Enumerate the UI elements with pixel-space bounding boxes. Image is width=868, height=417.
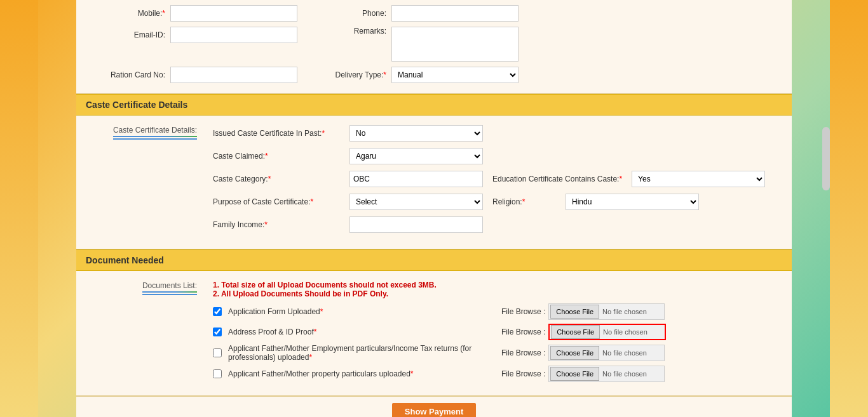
doc-row-3: Applicant Father/Mother property particu… <box>213 366 782 382</box>
doc-section-header: Document Needed <box>76 249 792 271</box>
caste-claimed-row: Caste Claimed:* Agaru <box>213 148 782 164</box>
doc-label-2: Applicant Father/Mother Employment parti… <box>228 344 495 362</box>
remarks-group: Remarks: <box>310 27 519 62</box>
show-payment-row: Show Payment <box>76 396 792 417</box>
issued-row: Issued Caste Certificate In Past:* No Ye… <box>213 125 782 142</box>
issued-select[interactable]: No Yes <box>349 125 483 142</box>
caste-claimed-label: Caste Claimed:* <box>213 152 340 161</box>
email-group: Email-ID: <box>89 27 297 43</box>
file-browse-label-2: File Browse : <box>501 348 545 357</box>
file-browse-label-0: File Browse : <box>501 307 545 316</box>
mobile-label: Mobile:* <box>89 9 165 18</box>
family-income-label: Family Income:* <box>213 220 340 229</box>
file-browse-3: File Browse : Choose File No file chosen <box>501 366 665 382</box>
choose-file-btn-2[interactable]: Choose File <box>550 346 599 360</box>
choose-file-btn-1[interactable]: Choose File <box>551 325 600 339</box>
doc-checkbox-1[interactable] <box>213 328 222 336</box>
phone-label: Phone: <box>310 9 386 18</box>
email-label: Email-ID: <box>89 30 165 39</box>
phone-group: Phone: <box>310 5 519 22</box>
file-input-wrapper-1: Choose File No file chosen <box>548 324 666 340</box>
purpose-label: Purpose of Caste Certificate:* <box>213 197 340 206</box>
ration-input[interactable] <box>170 67 297 83</box>
caste-category-input[interactable] <box>349 171 483 187</box>
left-sidebar <box>0 0 38 417</box>
ration-group: Ration Card No: <box>89 67 297 83</box>
choose-file-btn-3[interactable]: Choose File <box>550 367 599 381</box>
caste-label-col: Caste Certificate Details: <box>76 122 203 242</box>
issued-label: Issued Caste Certificate In Past:* <box>213 129 340 138</box>
email-input[interactable] <box>170 27 297 43</box>
remarks-textarea[interactable] <box>391 27 519 62</box>
doc-notice-1: 1. Total size of all Upload Documents sh… <box>213 281 782 289</box>
file-browse-label-3: File Browse : <box>501 369 545 378</box>
right-sidebar <box>830 0 868 417</box>
file-input-wrapper-0: Choose File No file chosen <box>548 303 665 320</box>
doc-label-0: Application Form Uploaded* <box>228 307 495 316</box>
caste-section-label: Caste Certificate Details: <box>113 126 197 140</box>
doc-row-1: Address Proof & ID Proof* File Browse : … <box>213 324 782 340</box>
no-file-text-1: No file chosen <box>600 328 663 336</box>
main-content: Mobile:* Phone: Email-ID: <box>76 0 792 417</box>
doc-row-2: Applicant Father/Mother Employment parti… <box>213 344 782 362</box>
doc-checkbox-3[interactable] <box>213 369 222 378</box>
delivery-label: Delivery Type:* <box>310 70 386 79</box>
doc-notice-2: 2. All Upload Documents Should be in PDF… <box>213 289 782 298</box>
doc-notice: 1. Total size of all Upload Documents sh… <box>213 281 782 298</box>
file-browse-label-1: File Browse : <box>501 328 545 336</box>
delivery-group: Delivery Type:* Manual <box>310 67 519 83</box>
family-income-input[interactable] <box>349 216 483 233</box>
doc-list-label: Documents List: <box>142 281 197 295</box>
show-payment-button[interactable]: Show Payment <box>392 403 476 417</box>
form-container: Mobile:* Phone: Email-ID: <box>76 0 792 417</box>
phone-input[interactable] <box>391 5 519 22</box>
caste-category-label: Caste Category:* <box>213 175 340 183</box>
scrollbar[interactable] <box>822 127 830 190</box>
file-browse-1: File Browse : Choose File No file chosen <box>501 324 666 340</box>
religion-select[interactable]: Hindu <box>566 194 699 210</box>
remarks-label: Remarks: <box>310 27 386 36</box>
mobile-group: Mobile:* <box>89 5 297 22</box>
religion-label: Religion:* <box>492 197 556 206</box>
delivery-select[interactable]: Manual <box>391 67 519 83</box>
mobile-input[interactable] <box>170 5 297 22</box>
doc-checkbox-2[interactable] <box>213 348 222 357</box>
no-file-text-0: No file chosen <box>599 308 663 315</box>
doc-list-label-col: Documents List: <box>76 277 203 389</box>
doc-checkbox-0[interactable] <box>213 307 222 316</box>
doc-section: Documents List: 1. Total size of all Upl… <box>76 271 792 396</box>
ration-label: Ration Card No: <box>89 70 165 79</box>
purpose-select[interactable]: Select <box>349 194 483 210</box>
doc-label-1: Address Proof & ID Proof* <box>228 328 495 336</box>
caste-category-row: Caste Category:* Education Certificate C… <box>213 171 782 187</box>
ration-delivery-row: Ration Card No: Delivery Type:* Manual <box>89 67 779 83</box>
doc-fields: 1. Total size of all Upload Documents sh… <box>203 277 792 389</box>
caste-section-header: Caste Certificate Details <box>76 94 792 116</box>
doc-label-3: Applicant Father/Mother property particu… <box>228 369 495 378</box>
edu-cert-select[interactable]: Yes No <box>632 171 765 187</box>
choose-file-btn-0[interactable]: Choose File <box>550 305 599 319</box>
edu-cert-label: Education Certificate Contains Caste:* <box>492 175 622 183</box>
no-file-text-3: No file chosen <box>599 370 663 378</box>
no-file-text-2: No file chosen <box>599 349 663 357</box>
caste-fields: Issued Caste Certificate In Past:* No Ye… <box>203 122 792 242</box>
email-remarks-row: Email-ID: Remarks: <box>89 27 779 62</box>
file-browse-0: File Browse : Choose File No file chosen <box>501 303 665 320</box>
file-browse-2: File Browse : Choose File No file chosen <box>501 345 665 361</box>
caste-claimed-select[interactable]: Agaru <box>349 148 483 164</box>
caste-section: Caste Certificate Details: Issued Caste … <box>76 116 792 249</box>
doc-row-0: Application Form Uploaded* File Browse :… <box>213 303 782 320</box>
purpose-religion-row: Purpose of Caste Certificate:* Select Re… <box>213 194 782 210</box>
file-input-wrapper-3: Choose File No file chosen <box>548 366 665 382</box>
family-income-row: Family Income:* <box>213 216 782 233</box>
top-fields: Mobile:* Phone: Email-ID: <box>76 0 792 94</box>
mobile-phone-row: Mobile:* Phone: <box>89 5 779 22</box>
file-input-wrapper-2: Choose File No file chosen <box>548 345 665 361</box>
